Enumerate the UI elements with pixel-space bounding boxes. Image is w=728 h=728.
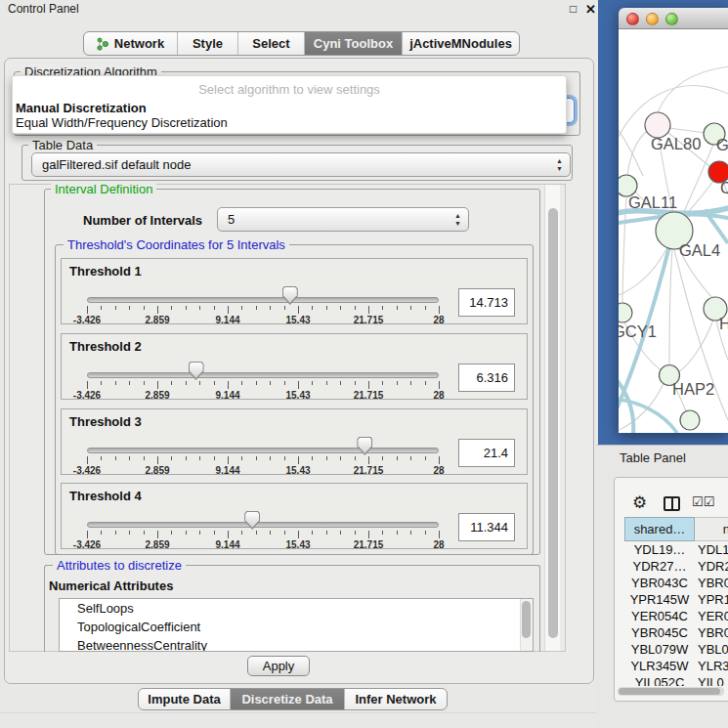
slider-ticks — [87, 531, 439, 539]
tab-style[interactable]: Style — [177, 32, 237, 55]
num-intervals-combobox[interactable]: 5 ▲▼ — [217, 207, 469, 232]
column-header-shared-name[interactable]: shared… — [624, 517, 695, 541]
scrollbar-thumb[interactable] — [619, 688, 720, 695]
table-row[interactable]: YER054CYER0 — [624, 609, 728, 625]
apply-button[interactable]: Apply — [247, 656, 310, 676]
tab-cyni-toolbox[interactable]: Cyni Toolbox — [304, 32, 402, 55]
scrollbar-thumb[interactable] — [548, 208, 558, 638]
divider — [0, 712, 598, 713]
tab-select[interactable]: Select — [237, 32, 304, 55]
table-cell[interactable]: YDR2 — [698, 559, 728, 574]
algorithm-option-manual[interactable]: Manual Discretization — [16, 101, 147, 115]
control-panel-titlebar: Control Panel □ ✕ — [0, 0, 598, 19]
slider-thumb[interactable] — [282, 286, 298, 305]
network-canvas[interactable]: GAL80 GA C GAL11 GAL4 GCY1 H HAP2 — [619, 29, 728, 433]
table-row[interactable]: YLR345WYLR3 — [624, 659, 728, 675]
table-cell[interactable]: YBR043C — [624, 576, 695, 590]
node-label-clipped: GA — [716, 136, 728, 153]
gear-icon[interactable]: ⚙ — [632, 492, 647, 513]
table-cell[interactable]: YDL1 — [698, 542, 728, 557]
table-row[interactable]: YDL19…YDL1 — [624, 542, 728, 559]
table-cell[interactable]: YBR0 — [698, 576, 728, 590]
numerical-attributes-list[interactable]: SelfLoopsTopologicalCoefficientBetweenne… — [59, 598, 534, 652]
slider-tick-labels: -3.4262.8599.14415.4321.71528 — [87, 465, 439, 476]
slider-thumb[interactable] — [244, 511, 260, 530]
table-row[interactable]: YDR27…YDR2 — [624, 559, 728, 576]
table-cell[interactable]: YER0 — [698, 609, 728, 623]
split-table-icon[interactable] — [664, 496, 680, 511]
cyni-mode-tabs: Impute Data Discretize Data Infer Networ… — [138, 688, 448, 710]
threshold-1-slider[interactable]: -3.4262.8599.14415.4321.71528 — [62, 259, 527, 323]
threshold-3-value-input[interactable] — [458, 439, 515, 467]
algorithm-hint: Select algorithm to view settings — [13, 82, 566, 97]
table-cell[interactable]: YER054C — [624, 609, 695, 623]
table-cell[interactable]: YBR045C — [624, 625, 695, 640]
threshold-3-slider[interactable]: -3.4262.8599.14415.4321.71528 — [62, 409, 527, 474]
table-cell[interactable]: YDL19… — [624, 542, 695, 557]
threshold-4-slider[interactable]: -3.4262.8599.14415.4321.71528 — [62, 484, 527, 548]
table-cell[interactable]: YPR1 — [698, 592, 728, 607]
attribute-item[interactable]: TopologicalCoefficient — [60, 618, 533, 636]
tab-jactivemnodules[interactable]: jActiveMNodules — [402, 32, 519, 55]
table-panel-title: Table Panel — [620, 450, 686, 465]
threshold-1-value-input[interactable] — [458, 288, 515, 317]
table-cell[interactable]: YBL0 — [698, 642, 728, 657]
float-window-icon[interactable]: □ — [570, 2, 577, 16]
table-cell[interactable]: YDR27… — [624, 559, 695, 574]
network-window: GAL80 GA C GAL11 GAL4 GCY1 H HAP2 — [619, 8, 728, 433]
network-icon — [97, 37, 109, 51]
threshold-4-panel: Threshold 4 -3.4262.8599.14415.4321.7152… — [61, 483, 528, 549]
threshold-4-value-input[interactable] — [458, 513, 515, 541]
table-row[interactable]: YIL052CYIL0 — [624, 675, 728, 686]
table-data-combobox[interactable]: galFiltered.sif default node ▲▼ — [31, 152, 571, 177]
table-cell[interactable]: YLR3 — [698, 659, 728, 673]
slider-ticks — [87, 381, 439, 390]
threshold-3-panel: Threshold 3 -3.4262.8599.14415.4321.7152… — [61, 408, 528, 475]
table-cell[interactable]: YIL052C — [624, 675, 695, 686]
threshold-1-panel: Threshold 1 -3.4262.8599.14415.4321.7152… — [61, 258, 528, 324]
table-cell[interactable]: YBR0 — [698, 625, 728, 640]
zoom-traffic-light-icon[interactable] — [665, 13, 678, 25]
column-header-name[interactable]: n — [695, 517, 728, 541]
algorithm-dropdown-popup: Select algorithm to view settings Manual… — [12, 75, 567, 134]
node-label-gal4: GAL4 — [679, 241, 720, 259]
table-cell[interactable]: YLR345W — [624, 659, 695, 673]
tab-discretize-data[interactable]: Discretize Data — [230, 689, 344, 709]
node-table-body: YDL19…YDL1YDR27…YDR2YBR043CYBR0YPR145WYP… — [624, 542, 728, 686]
table-row[interactable]: YBL079WYBL0 — [624, 642, 728, 659]
node[interactable] — [680, 410, 700, 430]
checkbox-columns-icon[interactable]: ☑☑ — [692, 494, 714, 509]
node-gcy1[interactable] — [619, 303, 632, 322]
tab-network[interactable]: Network — [84, 32, 177, 55]
table-cell[interactable]: YPR145W — [624, 592, 695, 607]
list-scrollbar[interactable] — [520, 599, 533, 651]
tab-impute-data[interactable]: Impute Data — [139, 689, 230, 709]
attribute-item[interactable]: BetweennessCentrality — [60, 636, 533, 652]
threshold-2-value-input[interactable] — [458, 364, 515, 392]
scrollbar-thumb[interactable] — [522, 601, 531, 638]
fieldset-legend: Attributes to discretize — [53, 559, 186, 573]
close-traffic-light-icon[interactable] — [626, 13, 639, 25]
settings-scrollbar[interactable] — [544, 185, 560, 651]
table-cell[interactable]: YBL079W — [624, 642, 695, 657]
table-row[interactable]: YBR045CYBR0 — [624, 625, 728, 642]
control-panel: Control Panel □ ✕ Network Style Select C… — [0, 0, 598, 728]
node-label-clipped: C — [720, 179, 728, 196]
table-row[interactable]: YBR043CYBR0 — [624, 576, 728, 592]
fieldset-legend: Threshold's Coordinates for 5 Intervals — [64, 238, 289, 252]
algorithm-option-equal-width[interactable]: Equal Width/Frequency Discretization — [16, 115, 228, 130]
attribute-item[interactable]: SelfLoops — [60, 599, 533, 618]
table-cell[interactable]: YIL0 — [698, 675, 728, 686]
control-panel-title: Control Panel — [8, 2, 79, 16]
control-panel-tabs: Network Style Select Cyni Toolbox jActiv… — [83, 31, 520, 56]
slider-thumb[interactable] — [189, 362, 204, 380]
slider-thumb[interactable] — [357, 437, 372, 455]
threshold-2-slider[interactable]: -3.4262.8599.14415.4321.71528 — [62, 334, 527, 399]
table-row[interactable]: YPR145WYPR1 — [624, 592, 728, 609]
table-hscrollbar[interactable] — [618, 687, 724, 696]
close-panel-icon[interactable]: ✕ — [585, 2, 596, 17]
network-window-titlebar[interactable] — [619, 8, 728, 29]
tab-infer-network[interactable]: Infer Network — [344, 689, 447, 709]
tab-label: Cyni Toolbox — [314, 36, 393, 51]
minimize-traffic-light-icon[interactable] — [646, 13, 659, 25]
